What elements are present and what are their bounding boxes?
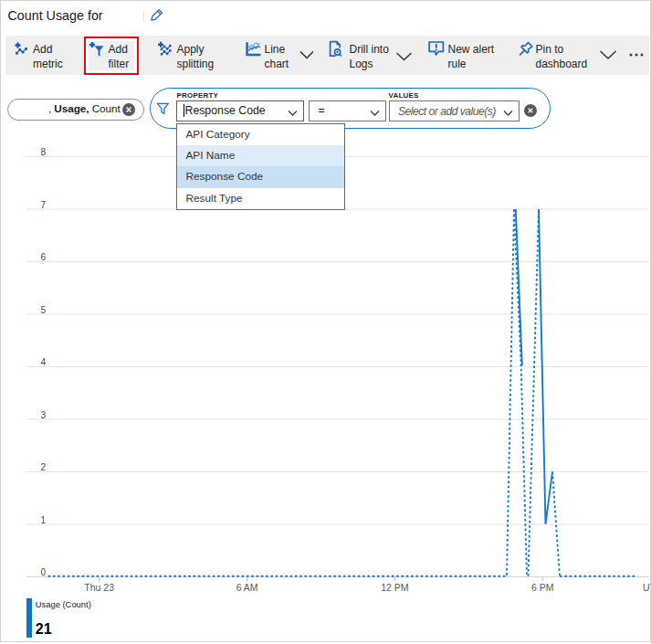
svg-text:8: 8: [40, 147, 46, 157]
svg-text:5: 5: [40, 305, 46, 315]
svg-text:7: 7: [40, 200, 46, 210]
svg-text:6 PM: 6 PM: [531, 582, 554, 593]
svg-text:6: 6: [40, 252, 46, 262]
svg-text:4: 4: [40, 357, 46, 367]
svg-text:6 AM: 6 AM: [236, 582, 258, 593]
svg-text:12 PM: 12 PM: [381, 582, 408, 593]
svg-text:1: 1: [40, 515, 46, 525]
svg-text:2: 2: [40, 462, 46, 472]
svg-text:3: 3: [40, 410, 46, 420]
svg-text:Thu 23: Thu 23: [84, 582, 114, 593]
svg-text:UT: UT: [643, 582, 651, 593]
svg-text:0: 0: [40, 567, 46, 577]
